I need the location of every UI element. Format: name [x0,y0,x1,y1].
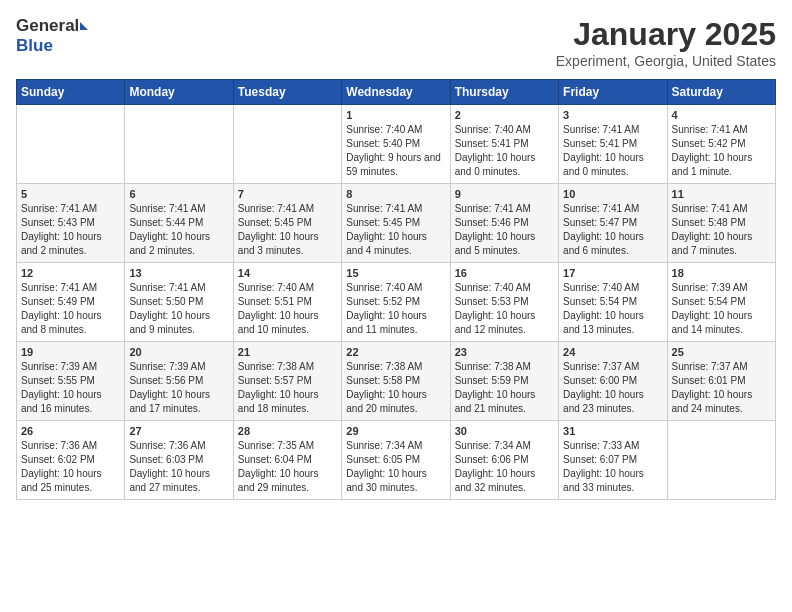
day-number: 31 [563,425,662,437]
day-number: 16 [455,267,554,279]
day-info: Sunrise: 7:41 AM Sunset: 5:44 PM Dayligh… [129,202,228,258]
day-info: Sunrise: 7:37 AM Sunset: 6:00 PM Dayligh… [563,360,662,416]
day-info: Sunrise: 7:38 AM Sunset: 5:57 PM Dayligh… [238,360,337,416]
calendar-cell [125,105,233,184]
calendar-cell: 12Sunrise: 7:41 AM Sunset: 5:49 PM Dayli… [17,263,125,342]
calendar-week-row: 19Sunrise: 7:39 AM Sunset: 5:55 PM Dayli… [17,342,776,421]
calendar-cell: 11Sunrise: 7:41 AM Sunset: 5:48 PM Dayli… [667,184,775,263]
day-number: 5 [21,188,120,200]
day-info: Sunrise: 7:40 AM Sunset: 5:52 PM Dayligh… [346,281,445,337]
day-info: Sunrise: 7:38 AM Sunset: 5:58 PM Dayligh… [346,360,445,416]
page-header: General Blue January 2025 Experiment, Ge… [16,16,776,69]
day-number: 20 [129,346,228,358]
day-number: 7 [238,188,337,200]
logo-general-text: General [16,16,79,36]
day-info: Sunrise: 7:41 AM Sunset: 5:49 PM Dayligh… [21,281,120,337]
day-info: Sunrise: 7:34 AM Sunset: 6:05 PM Dayligh… [346,439,445,495]
day-info: Sunrise: 7:40 AM Sunset: 5:51 PM Dayligh… [238,281,337,337]
calendar-cell: 16Sunrise: 7:40 AM Sunset: 5:53 PM Dayli… [450,263,558,342]
calendar-cell: 27Sunrise: 7:36 AM Sunset: 6:03 PM Dayli… [125,421,233,500]
day-number: 25 [672,346,771,358]
day-info: Sunrise: 7:41 AM Sunset: 5:45 PM Dayligh… [346,202,445,258]
day-info: Sunrise: 7:33 AM Sunset: 6:07 PM Dayligh… [563,439,662,495]
logo-blue-text: Blue [16,36,53,55]
day-number: 28 [238,425,337,437]
day-info: Sunrise: 7:41 AM Sunset: 5:46 PM Dayligh… [455,202,554,258]
calendar-cell: 21Sunrise: 7:38 AM Sunset: 5:57 PM Dayli… [233,342,341,421]
day-number: 22 [346,346,445,358]
calendar-header-row: SundayMondayTuesdayWednesdayThursdayFrid… [17,80,776,105]
calendar-cell: 19Sunrise: 7:39 AM Sunset: 5:55 PM Dayli… [17,342,125,421]
calendar-cell: 5Sunrise: 7:41 AM Sunset: 5:43 PM Daylig… [17,184,125,263]
calendar-cell: 10Sunrise: 7:41 AM Sunset: 5:47 PM Dayli… [559,184,667,263]
day-info: Sunrise: 7:40 AM Sunset: 5:41 PM Dayligh… [455,123,554,179]
day-info: Sunrise: 7:36 AM Sunset: 6:02 PM Dayligh… [21,439,120,495]
calendar-week-row: 5Sunrise: 7:41 AM Sunset: 5:43 PM Daylig… [17,184,776,263]
day-info: Sunrise: 7:38 AM Sunset: 5:59 PM Dayligh… [455,360,554,416]
day-info: Sunrise: 7:36 AM Sunset: 6:03 PM Dayligh… [129,439,228,495]
day-info: Sunrise: 7:41 AM Sunset: 5:43 PM Dayligh… [21,202,120,258]
calendar-cell: 15Sunrise: 7:40 AM Sunset: 5:52 PM Dayli… [342,263,450,342]
calendar-cell: 23Sunrise: 7:38 AM Sunset: 5:59 PM Dayli… [450,342,558,421]
day-number: 13 [129,267,228,279]
day-number: 1 [346,109,445,121]
logo-triangle-icon [80,22,88,30]
day-number: 12 [21,267,120,279]
month-title: January 2025 [556,16,776,53]
day-info: Sunrise: 7:39 AM Sunset: 5:55 PM Dayligh… [21,360,120,416]
calendar-cell: 18Sunrise: 7:39 AM Sunset: 5:54 PM Dayli… [667,263,775,342]
day-number: 14 [238,267,337,279]
day-number: 19 [21,346,120,358]
day-number: 29 [346,425,445,437]
column-header-sunday: Sunday [17,80,125,105]
calendar-cell: 25Sunrise: 7:37 AM Sunset: 6:01 PM Dayli… [667,342,775,421]
calendar-cell: 13Sunrise: 7:41 AM Sunset: 5:50 PM Dayli… [125,263,233,342]
calendar-week-row: 26Sunrise: 7:36 AM Sunset: 6:02 PM Dayli… [17,421,776,500]
day-info: Sunrise: 7:35 AM Sunset: 6:04 PM Dayligh… [238,439,337,495]
title-area: January 2025 Experiment, Georgia, United… [556,16,776,69]
day-number: 27 [129,425,228,437]
calendar-cell: 4Sunrise: 7:41 AM Sunset: 5:42 PM Daylig… [667,105,775,184]
logo: General Blue [16,16,88,56]
calendar-cell [233,105,341,184]
column-header-friday: Friday [559,80,667,105]
calendar-cell [17,105,125,184]
day-number: 8 [346,188,445,200]
day-info: Sunrise: 7:39 AM Sunset: 5:54 PM Dayligh… [672,281,771,337]
calendar-cell: 2Sunrise: 7:40 AM Sunset: 5:41 PM Daylig… [450,105,558,184]
day-number: 2 [455,109,554,121]
day-number: 26 [21,425,120,437]
calendar-cell [667,421,775,500]
location-title: Experiment, Georgia, United States [556,53,776,69]
day-info: Sunrise: 7:39 AM Sunset: 5:56 PM Dayligh… [129,360,228,416]
day-number: 18 [672,267,771,279]
calendar-cell: 6Sunrise: 7:41 AM Sunset: 5:44 PM Daylig… [125,184,233,263]
day-number: 9 [455,188,554,200]
day-info: Sunrise: 7:41 AM Sunset: 5:45 PM Dayligh… [238,202,337,258]
column-header-tuesday: Tuesday [233,80,341,105]
calendar-cell: 30Sunrise: 7:34 AM Sunset: 6:06 PM Dayli… [450,421,558,500]
day-number: 11 [672,188,771,200]
column-header-thursday: Thursday [450,80,558,105]
day-info: Sunrise: 7:34 AM Sunset: 6:06 PM Dayligh… [455,439,554,495]
day-number: 15 [346,267,445,279]
calendar-cell: 3Sunrise: 7:41 AM Sunset: 5:41 PM Daylig… [559,105,667,184]
day-info: Sunrise: 7:41 AM Sunset: 5:48 PM Dayligh… [672,202,771,258]
calendar-cell: 9Sunrise: 7:41 AM Sunset: 5:46 PM Daylig… [450,184,558,263]
calendar-cell: 28Sunrise: 7:35 AM Sunset: 6:04 PM Dayli… [233,421,341,500]
day-number: 6 [129,188,228,200]
calendar-table: SundayMondayTuesdayWednesdayThursdayFrid… [16,79,776,500]
calendar-cell: 31Sunrise: 7:33 AM Sunset: 6:07 PM Dayli… [559,421,667,500]
calendar-cell: 8Sunrise: 7:41 AM Sunset: 5:45 PM Daylig… [342,184,450,263]
column-header-monday: Monday [125,80,233,105]
day-number: 23 [455,346,554,358]
day-info: Sunrise: 7:41 AM Sunset: 5:50 PM Dayligh… [129,281,228,337]
day-number: 4 [672,109,771,121]
calendar-cell: 24Sunrise: 7:37 AM Sunset: 6:00 PM Dayli… [559,342,667,421]
day-number: 17 [563,267,662,279]
calendar-cell: 7Sunrise: 7:41 AM Sunset: 5:45 PM Daylig… [233,184,341,263]
calendar-cell: 20Sunrise: 7:39 AM Sunset: 5:56 PM Dayli… [125,342,233,421]
day-number: 24 [563,346,662,358]
day-info: Sunrise: 7:37 AM Sunset: 6:01 PM Dayligh… [672,360,771,416]
calendar-week-row: 1Sunrise: 7:40 AM Sunset: 5:40 PM Daylig… [17,105,776,184]
